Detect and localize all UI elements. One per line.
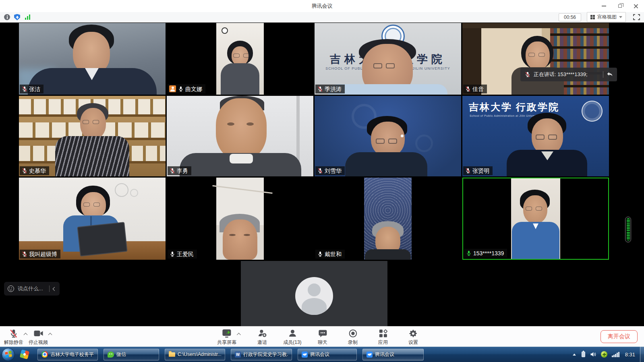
participant-tile[interactable]: 吉林大学 行政学院 School of Public Administratio… [462,96,609,176]
participant-tile[interactable] [241,261,387,326]
participant-name-label: 张洁 [20,85,43,93]
stop-video-button[interactable]: 停止视频 [29,329,48,346]
participant-video [19,23,166,95]
hidden-icons-arrow[interactable] [573,354,576,356]
camera-icon [33,329,43,338]
participant-tile[interactable]: 吉林大学行政学院 SCHOOL OF PUBLIC ADMINISTRATION… [315,23,461,95]
participant-name: 张贤明 [472,168,489,174]
chat-bubble-icon [318,329,327,338]
taskbar-button-browser[interactable]: 吉林大学电子校务平... [37,349,98,360]
network-quality-icon[interactable] [25,14,30,20]
invite-person-icon [257,329,267,338]
settings-button[interactable]: 设置 [404,329,423,346]
participant-tile[interactable]: 刘雪华 [315,96,461,176]
emoji-icon[interactable] [8,285,14,292]
battery-icon[interactable] [582,352,585,357]
share-options-chevron[interactable] [236,333,240,337]
taskbar-button-word[interactable]: W 行政学院党史学习教... [231,349,292,360]
chevron-down-icon [619,16,622,18]
system-tray: 8:31 [573,347,644,362]
taskbar-clock[interactable]: 8:31 [625,352,635,358]
windows-start-button[interactable] [2,348,15,361]
participant-tile[interactable]: 曲文娜 [167,23,313,95]
divider [603,71,603,78]
participant-video [315,178,461,260]
participant-name: 曲文娜 [185,86,202,92]
mic-muted-icon[interactable] [524,72,530,78]
wall-text-en: School of Public Administration at Jilin… [470,114,540,117]
restore-button[interactable] [612,0,628,12]
unmute-button[interactable]: 解除静音 [4,329,23,346]
participant-tile[interactable]: 佳音 [462,23,609,95]
taskbar-button-explorer[interactable]: C:\Users\Administr... [165,349,225,360]
gear-icon [408,329,418,338]
meeting-info-icon[interactable] [4,14,10,20]
taskbar-button-meeting-1[interactable]: 腾讯会议 [298,349,357,360]
close-button[interactable] [628,0,644,12]
folder-icon [169,352,175,357]
tencent-meeting-window: 腾讯会议 00:56 宫格视图 [0,0,644,362]
titlebar: 腾讯会议 [0,0,644,12]
invite-button[interactable]: 邀请 [253,329,272,346]
participant-name-label: 我叫超级博 [20,250,60,259]
participant-tile-active-speaker[interactable]: 153****1339 [462,178,609,260]
participant-name: 佳音 [472,86,484,92]
minimize-button[interactable] [596,0,612,12]
layout-view-button[interactable]: 宫格视图 [587,12,626,22]
show-desktop-button[interactable] [640,347,644,362]
quick-chat-bar[interactable]: 说点什么... [4,282,60,296]
window-title: 腾讯会议 [312,2,333,10]
mic-status-icon [21,86,27,92]
mic-status-icon [169,168,175,174]
participant-video-off [241,261,387,326]
leave-meeting-button[interactable]: 离开会议 [601,330,638,343]
participant-name-label: 曲文娜 [168,84,205,93]
chat-button[interactable]: 聊天 [313,329,332,346]
mic-status-icon [21,251,27,257]
participant-tile[interactable]: 戴世和 [315,178,461,260]
mic-status-icon [317,86,323,92]
participant-tile[interactable]: 王爱民 [167,178,313,260]
participant-video: 吉林大学行政学院 SCHOOL OF PUBLIC ADMINISTRATION… [315,23,461,95]
record-button[interactable]: 录制 [343,329,362,346]
share-screen-button[interactable]: 共享屏幕 [217,329,236,346]
tray-app-icon[interactable] [601,351,607,358]
participant-name-label: 佳音 [463,85,487,93]
collapse-chevron-icon[interactable] [53,287,57,291]
record-icon [348,329,358,338]
reply-arrow-icon[interactable] [607,72,613,77]
chat-input-placeholder[interactable]: 说点什么... [18,285,46,292]
video-options-chevron[interactable] [48,333,52,337]
mic-options-chevron[interactable] [24,333,28,337]
participant-name-label: 季洪涛 [315,85,345,93]
security-shield-icon[interactable] [14,14,20,21]
network-signal-icon[interactable] [612,352,619,357]
participant-name: 张洁 [29,86,40,92]
participant-name: 刘雪华 [325,168,342,174]
mic-status-icon [21,168,27,174]
taskbar-button-wechat[interactable]: 微信 [104,349,159,360]
members-button[interactable]: 成员(13) [283,329,302,346]
taskbar-button-meeting-2[interactable]: 腾讯会议 [362,349,424,360]
participant-name: 李勇 [177,168,188,174]
mic-status-icon [465,86,471,92]
participant-tile[interactable]: 我叫超级博 [19,178,166,260]
participant-video [167,178,313,260]
volume-icon[interactable] [590,352,596,357]
participant-name: 王爱民 [177,251,194,257]
apps-button[interactable]: 应用 [373,329,393,346]
speaking-banner: 正在讲话: 153****1339; [520,68,617,81]
participant-name-label: 戴世和 [315,250,345,259]
participant-video [167,96,313,176]
host-badge-icon [169,85,176,92]
windows-logo-icon [5,351,12,358]
participant-name-label: 张贤明 [463,166,493,175]
participant-tile[interactable]: 李勇 [167,96,313,176]
meeting-timer: 00:56 [559,13,581,21]
wall-text-cn: 吉林大学 行政学院 [469,101,559,114]
pinned-app-icon[interactable] [20,350,29,359]
tencent-meeting-icon [367,352,373,358]
participant-tile[interactable]: 史慕华 [19,96,166,176]
fullscreen-button[interactable] [633,14,640,20]
participant-tile[interactable]: 张洁 [19,23,166,95]
